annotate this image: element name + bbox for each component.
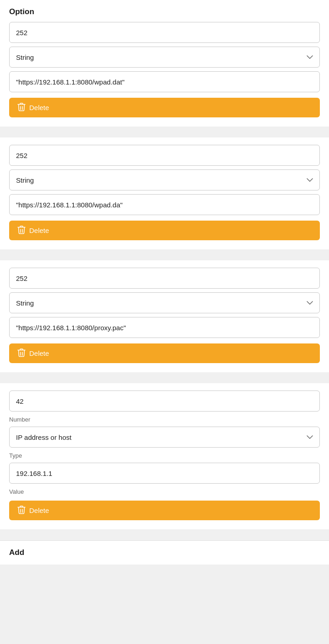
block-4-value-label: Value (9, 488, 320, 495)
page-container: Option String Number IP address or host … (0, 0, 329, 565)
block-2-delete-label: Delete (29, 227, 49, 234)
block-2-value-input[interactable] (9, 194, 320, 215)
block-4-number-label: Number (9, 416, 320, 423)
add-label: Add (9, 548, 24, 557)
block-4-type-select[interactable]: String Number IP address or host Boolean (9, 427, 320, 448)
divider-4 (0, 529, 329, 540)
trash-icon (17, 102, 26, 113)
block-4-type-label: Type (9, 452, 320, 459)
block-3-delete-label: Delete (29, 349, 49, 357)
trash-icon-4 (17, 505, 26, 516)
block-4-type-wrapper: String Number IP address or host Boolean (9, 427, 320, 448)
divider-3 (0, 372, 329, 383)
block-1-type-wrapper: String Number IP address or host Boolean (9, 47, 320, 68)
divider-2 (0, 249, 329, 260)
block-1: String Number IP address or host Boolean… (9, 22, 320, 117)
block-2-delete-button[interactable]: Delete (9, 221, 320, 240)
trash-icon-3 (17, 348, 26, 359)
option-title: Option (9, 7, 320, 16)
option-section-header: Option String Number IP address or host … (0, 0, 329, 127)
block-3-type-select[interactable]: String Number IP address or host Boolean (9, 292, 320, 313)
option-block-2: String Number IP address or host Boolean… (0, 137, 329, 249)
block-4-value-input[interactable] (9, 463, 320, 484)
block-2-type-select[interactable]: String Number IP address or host Boolean (9, 169, 320, 190)
block-3-value-input[interactable] (9, 317, 320, 338)
block-1-delete-label: Delete (29, 104, 49, 111)
block-1-value-input[interactable] (9, 71, 320, 92)
block-3-inner: String Number IP address or host Boolean… (9, 268, 320, 363)
block-2-number-input[interactable] (9, 145, 320, 166)
block-4-delete-button[interactable]: Delete (9, 501, 320, 520)
block-3-delete-button[interactable]: Delete (9, 343, 320, 363)
block-2-type-wrapper: String Number IP address or host Boolean (9, 169, 320, 190)
option-block-3: String Number IP address or host Boolean… (0, 260, 329, 372)
divider-1 (0, 127, 329, 137)
block-1-number-input[interactable] (9, 22, 320, 43)
block-4-delete-label: Delete (29, 507, 49, 514)
block-3-type-wrapper: String Number IP address or host Boolean (9, 292, 320, 313)
block-4-number-input[interactable] (9, 391, 320, 412)
block-2-inner: String Number IP address or host Boolean… (9, 145, 320, 240)
block-1-delete-button[interactable]: Delete (9, 98, 320, 117)
block-4-inner: Number String Number IP address or host … (9, 391, 320, 520)
option-block-4: Number String Number IP address or host … (0, 383, 329, 529)
trash-icon-2 (17, 225, 26, 236)
add-section: Add (0, 540, 329, 565)
block-3-number-input[interactable] (9, 268, 320, 289)
block-1-type-select[interactable]: String Number IP address or host Boolean (9, 47, 320, 68)
